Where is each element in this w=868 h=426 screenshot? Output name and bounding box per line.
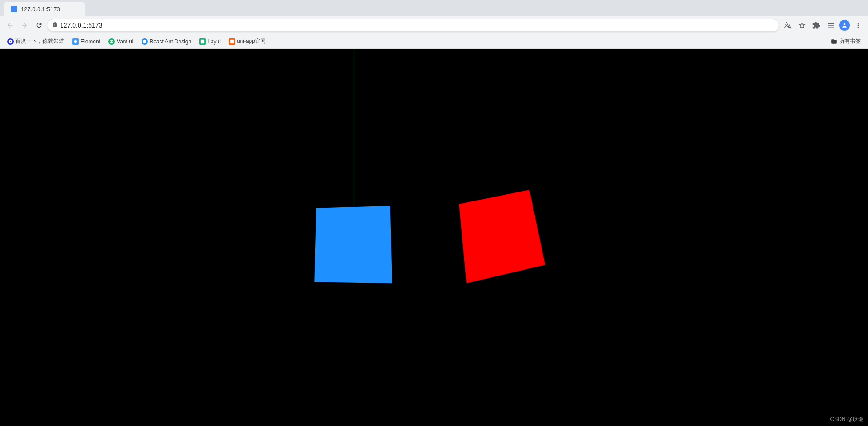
watermark: CSDN @耿瑞 bbox=[830, 416, 863, 423]
blue-cube bbox=[314, 206, 392, 284]
all-bookmarks-button[interactable]: 所有书签 bbox=[827, 37, 864, 45]
bookmark-star-button[interactable] bbox=[796, 19, 808, 32]
lock-icon bbox=[52, 22, 57, 28]
translate-button[interactable] bbox=[781, 19, 794, 32]
tab-title: 127.0.0.1:5173 bbox=[21, 6, 60, 13]
bookmark-baidu-label: 百度一下，你就知道 bbox=[15, 37, 64, 45]
baidu-icon bbox=[7, 38, 14, 45]
bookmarks-bar: 百度一下，你就知道 Element Vant ui React Ant Desi… bbox=[0, 34, 868, 49]
red-cube bbox=[452, 187, 547, 288]
vant-icon bbox=[108, 38, 115, 45]
x-axis-line bbox=[68, 250, 355, 250]
bookmark-uniapp-label: uni-app官网 bbox=[237, 37, 266, 45]
browser-toolbar-icons bbox=[781, 19, 864, 32]
bookmark-element[interactable]: Element bbox=[69, 36, 104, 47]
extensions-button[interactable] bbox=[810, 19, 823, 32]
menu-button[interactable] bbox=[852, 19, 864, 32]
back-button[interactable] bbox=[4, 19, 16, 32]
tab-bar: 127.0.0.1:5173 bbox=[0, 0, 868, 16]
reload-button[interactable] bbox=[33, 19, 45, 32]
active-tab[interactable]: 127.0.0.1:5173 bbox=[4, 2, 85, 16]
bookmark-react-ant[interactable]: React Ant Design bbox=[138, 36, 195, 47]
svg-rect-1 bbox=[201, 39, 204, 43]
bookmark-vant-label: Vant ui bbox=[117, 38, 133, 45]
svg-rect-2 bbox=[230, 39, 234, 43]
tab-favicon bbox=[11, 6, 17, 12]
layui-icon bbox=[199, 38, 206, 45]
folder-icon bbox=[831, 38, 837, 45]
bookmark-vant[interactable]: Vant ui bbox=[105, 36, 137, 47]
all-bookmarks-label: 所有书签 bbox=[839, 37, 861, 45]
browser-frame: 127.0.0.1:5173 127.0.0.1:5173 bbox=[0, 0, 868, 426]
url-text: 127.0.0.1:5173 bbox=[60, 22, 102, 29]
svg-point-0 bbox=[74, 40, 77, 43]
bookmark-react-ant-label: React Ant Design bbox=[150, 38, 192, 45]
uniapp-icon bbox=[229, 38, 235, 45]
react-ant-icon bbox=[142, 38, 148, 45]
bookmark-element-label: Element bbox=[80, 38, 100, 45]
nav-bar: 127.0.0.1:5173 bbox=[0, 16, 868, 34]
bookmark-layui[interactable]: Layui bbox=[196, 36, 224, 47]
element-icon bbox=[72, 38, 79, 45]
scene-canvas: CSDN @耿瑞 bbox=[0, 49, 868, 426]
bookmark-layui-label: Layui bbox=[208, 38, 221, 45]
y-axis-line bbox=[354, 49, 354, 206]
sidebar-toggle-button[interactable] bbox=[825, 19, 837, 32]
main-content: CSDN @耿瑞 bbox=[0, 49, 868, 426]
forward-button[interactable] bbox=[18, 19, 31, 32]
address-bar[interactable]: 127.0.0.1:5173 bbox=[47, 19, 779, 32]
bookmark-baidu[interactable]: 百度一下，你就知道 bbox=[4, 36, 68, 47]
bookmark-uniapp[interactable]: uni-app官网 bbox=[225, 36, 269, 47]
profile-button[interactable] bbox=[839, 20, 850, 31]
